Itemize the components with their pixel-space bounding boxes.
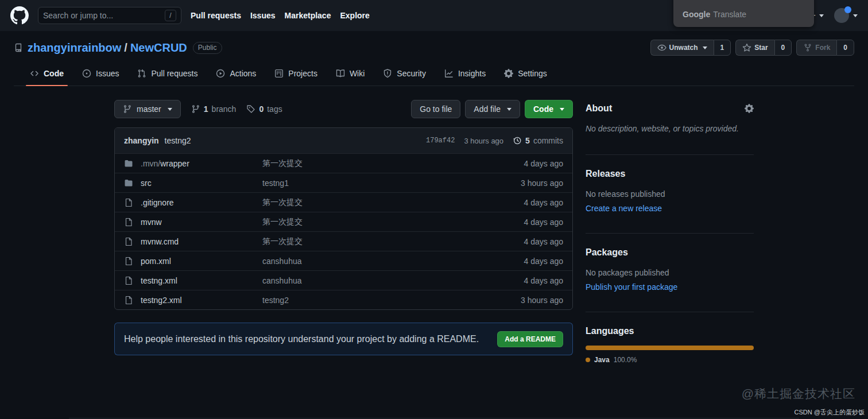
branches-link[interactable]: 1 branch	[191, 104, 237, 114]
nav-issues[interactable]: Issues	[250, 11, 276, 20]
tab-insights[interactable]: Insights	[435, 63, 495, 86]
commit-hash-link[interactable]: 179af42	[426, 137, 455, 145]
row-commit-link[interactable]: 第一次提交	[262, 197, 303, 207]
tab-settings[interactable]: Settings	[495, 63, 556, 86]
language-bar-fill	[586, 346, 754, 350]
git-pull-request-icon	[137, 69, 146, 78]
current-branch-label: master	[137, 104, 161, 114]
commit-message-link[interactable]: testng2	[165, 136, 191, 145]
tab-security[interactable]: Security	[374, 63, 435, 86]
table-row: testng.xml canshuhua 4 days ago	[115, 270, 572, 290]
global-nav: / Pull requests Issues Marketplace Explo…	[0, 0, 868, 31]
tab-label: Code	[44, 69, 64, 78]
row-commit-link[interactable]: testng2	[262, 296, 289, 305]
star-button-group: Star 0	[735, 40, 792, 56]
language-name: Java	[594, 356, 610, 364]
commit-author-link[interactable]: zhangyin	[124, 136, 159, 145]
fork-label: Fork	[815, 44, 830, 52]
tab-code[interactable]: Code	[21, 63, 73, 86]
code-download-button[interactable]: Code	[525, 100, 573, 118]
search-box[interactable]: /	[38, 7, 181, 24]
nav-explore[interactable]: Explore	[340, 11, 369, 20]
language-percent: 100.0%	[614, 356, 637, 364]
row-commit-link[interactable]: canshuhua	[262, 276, 302, 285]
file-link[interactable]: .mvn/wrapper	[141, 159, 189, 168]
user-menu[interactable]	[834, 8, 858, 23]
github-logo-icon[interactable]	[10, 6, 29, 25]
language-legend-java[interactable]: Java 100.0%	[586, 356, 754, 364]
star-button[interactable]: Star	[735, 40, 774, 56]
file-link[interactable]: testng.xml	[141, 276, 177, 285]
search-input[interactable]	[43, 11, 165, 20]
tab-actions[interactable]: Actions	[207, 63, 265, 86]
repo-book-icon	[14, 43, 23, 52]
file-link[interactable]: testng2.xml	[141, 296, 182, 305]
nav-pull-requests[interactable]: Pull requests	[191, 11, 241, 20]
about-title: About	[586, 103, 612, 114]
folder-icon	[124, 179, 133, 188]
file-link[interactable]: .gitignore	[141, 198, 174, 207]
branch-selector-button[interactable]: master	[114, 100, 181, 118]
table-row: .mvn/wrapper 第一次提交 4 days ago	[115, 153, 572, 173]
chevron-down-icon	[168, 108, 172, 111]
unwatch-label: Unwatch	[669, 44, 698, 52]
fork-button-group: Fork 0	[796, 40, 854, 56]
file-link[interactable]: src	[141, 179, 152, 188]
gear-icon	[504, 69, 513, 78]
project-icon	[274, 69, 284, 78]
repo-name-link[interactable]: NewCRUD	[130, 41, 187, 55]
chevron-down-icon	[703, 46, 707, 49]
table-row: .gitignore 第一次提交 4 days ago	[115, 192, 572, 212]
watch-count[interactable]: 1	[714, 40, 731, 56]
file-link[interactable]: pom.xml	[141, 257, 171, 266]
code-button-label: Code	[533, 104, 553, 114]
nav-marketplace[interactable]: Marketplace	[285, 11, 331, 20]
row-commit-link[interactable]: 第一次提交	[262, 236, 303, 246]
fork-button[interactable]: Fork	[796, 40, 836, 56]
file-icon	[124, 257, 133, 266]
google-translate-popup[interactable]: Google Translate	[673, 0, 814, 27]
commit-history-link[interactable]: 5 commits	[513, 136, 563, 145]
row-commit-link[interactable]: canshuhua	[262, 257, 302, 266]
google-translate-label: Google	[683, 10, 710, 19]
visibility-badge: Public	[193, 42, 222, 54]
chevron-down-icon	[853, 14, 858, 17]
add-readme-button[interactable]: Add a README	[497, 331, 563, 347]
star-label: Star	[754, 44, 768, 52]
tab-wiki[interactable]: Wiki	[327, 63, 374, 86]
add-file-button[interactable]: Add file	[465, 100, 520, 118]
row-commit-link[interactable]: 第一次提交	[262, 158, 303, 168]
file-icon	[124, 276, 133, 285]
commits-label: commits	[533, 136, 563, 145]
fork-count[interactable]: 0	[836, 40, 854, 56]
file-link[interactable]: mvnw.cmd	[141, 237, 179, 246]
star-count[interactable]: 0	[774, 40, 792, 56]
play-icon	[216, 69, 225, 78]
packages-title: Packages	[586, 247, 754, 258]
tags-link[interactable]: 0 tags	[246, 104, 282, 114]
folder-icon	[124, 159, 133, 168]
file-link[interactable]: mvnw	[141, 218, 162, 227]
row-age: 4 days ago	[494, 237, 563, 246]
edit-repo-details-gear-icon[interactable]	[745, 104, 754, 113]
repo-tabs: Code Issues Pull requests Actions Projec…	[14, 63, 854, 86]
notification-dot	[844, 6, 851, 13]
row-commit-link[interactable]: 第一次提交	[262, 217, 303, 226]
avatar[interactable]	[834, 8, 849, 23]
releases-empty-text: No releases published	[586, 188, 754, 200]
row-commit-link[interactable]: testng1	[262, 179, 289, 188]
repo-owner-link[interactable]: zhangyinrainbow	[28, 41, 121, 55]
file-icon	[124, 198, 133, 207]
go-to-file-button[interactable]: Go to file	[411, 100, 460, 118]
file-icon	[124, 296, 133, 305]
create-release-link[interactable]: Create a new release	[586, 204, 662, 213]
tab-issues[interactable]: Issues	[73, 63, 128, 86]
star-icon	[742, 43, 751, 52]
tab-projects[interactable]: Projects	[265, 63, 327, 86]
tab-pull-requests[interactable]: Pull requests	[128, 63, 207, 86]
commit-time: 3 hours ago	[464, 137, 503, 145]
table-row: pom.xml canshuhua 4 days ago	[115, 251, 572, 270]
unwatch-button[interactable]: Unwatch	[650, 40, 714, 56]
publish-package-link[interactable]: Publish your first package	[586, 282, 677, 292]
tag-count-label: tags	[267, 104, 282, 114]
